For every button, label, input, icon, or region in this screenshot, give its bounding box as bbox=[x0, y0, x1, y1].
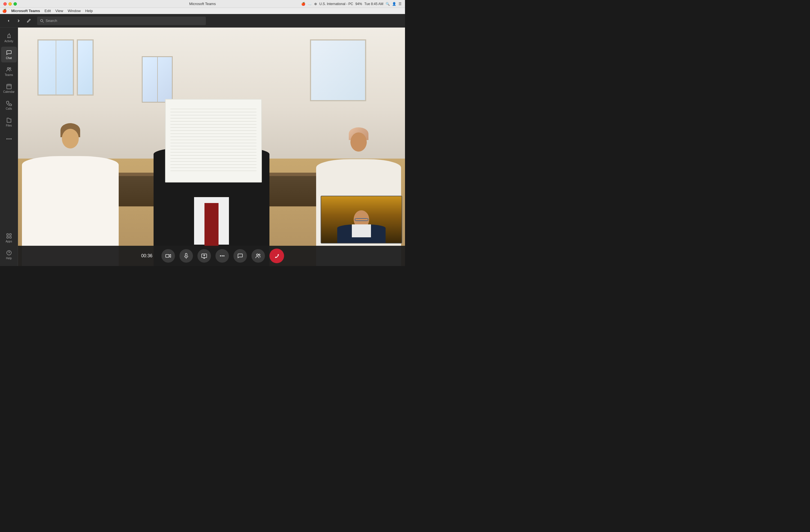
sidebar-item-more[interactable] bbox=[1, 131, 17, 147]
menu-edit[interactable]: Edit bbox=[45, 9, 51, 13]
keyboard-layout: U.S. International - PC bbox=[319, 2, 353, 6]
menu-view[interactable]: View bbox=[55, 9, 63, 13]
search-box[interactable]: Search bbox=[37, 17, 206, 25]
svg-rect-12 bbox=[166, 254, 169, 257]
minimize-button[interactable] bbox=[9, 2, 12, 6]
sidebar-item-apps-label: Apps bbox=[6, 240, 12, 243]
sidebar: Activity Chat Teams Calendar bbox=[0, 28, 18, 266]
traffic-lights bbox=[3, 2, 17, 6]
video-button[interactable] bbox=[161, 249, 175, 263]
more-options-button[interactable] bbox=[215, 249, 229, 263]
sidebar-item-activity-label: Activity bbox=[4, 40, 14, 43]
call-controls: 00:36 bbox=[18, 246, 405, 266]
pip-shirt bbox=[352, 225, 371, 237]
svg-point-6 bbox=[11, 138, 12, 139]
sidebar-bottom: Apps Help bbox=[0, 230, 18, 266]
window-title: Microsoft Teams bbox=[189, 2, 216, 6]
share-screen-button[interactable] bbox=[197, 249, 211, 263]
menu-apple[interactable]: 🍎 bbox=[2, 9, 7, 13]
sidebar-item-chat[interactable]: Chat bbox=[1, 47, 17, 63]
chat-button[interactable] bbox=[233, 249, 247, 263]
pip-person bbox=[321, 196, 402, 243]
person-center-tie bbox=[205, 203, 218, 248]
sidebar-item-teams[interactable]: Teams bbox=[1, 64, 17, 79]
status-bar: 🍎 ☁️ ⊕ U.S. International - PC 94% Tue 8… bbox=[301, 2, 402, 6]
close-button[interactable] bbox=[3, 2, 7, 6]
menu-help[interactable]: Help bbox=[85, 9, 93, 13]
titlebar-left bbox=[3, 2, 17, 6]
sidebar-item-calls[interactable]: Calls bbox=[1, 97, 17, 113]
pip-suit bbox=[337, 225, 386, 243]
menu-app[interactable]: Microsoft Teams bbox=[11, 9, 40, 13]
svg-rect-8 bbox=[10, 234, 11, 235]
time-display: Tue 8:45 AM bbox=[364, 2, 383, 6]
svg-point-0 bbox=[40, 19, 43, 22]
app-container: Activity Chat Teams Calendar bbox=[0, 28, 405, 266]
person-right-head bbox=[351, 132, 367, 152]
sidebar-item-chat-label: Chat bbox=[6, 56, 12, 60]
svg-point-18 bbox=[257, 254, 258, 255]
network-icon: ⊕ bbox=[314, 2, 317, 6]
svg-point-1 bbox=[7, 67, 9, 69]
sidebar-item-files[interactable]: Files bbox=[1, 114, 17, 130]
user-icon[interactable]: 👤 bbox=[392, 2, 396, 6]
end-call-button[interactable] bbox=[270, 249, 284, 263]
pip-glasses bbox=[355, 218, 368, 221]
apple-icon: 🍎 bbox=[301, 2, 305, 6]
mic-button[interactable] bbox=[179, 249, 193, 263]
search-placeholder: Search bbox=[46, 19, 57, 23]
video-area: 00:36 bbox=[18, 28, 405, 266]
participants-button[interactable] bbox=[252, 249, 265, 263]
pip-video[interactable] bbox=[321, 196, 402, 244]
person-left bbox=[22, 129, 119, 266]
svg-point-17 bbox=[223, 255, 224, 256]
maximize-button[interactable] bbox=[14, 2, 17, 6]
document-held bbox=[165, 99, 262, 182]
sidebar-item-teams-label: Teams bbox=[5, 73, 13, 77]
sidebar-item-calls-label: Calls bbox=[6, 107, 12, 110]
svg-point-4 bbox=[6, 138, 7, 139]
battery-label: 94% bbox=[355, 2, 362, 6]
svg-point-5 bbox=[9, 138, 10, 139]
compose-button[interactable] bbox=[25, 17, 33, 25]
teams-toolbar: Search bbox=[0, 14, 405, 28]
forward-button[interactable] bbox=[15, 17, 22, 25]
svg-point-19 bbox=[258, 254, 260, 255]
svg-rect-3 bbox=[7, 84, 11, 89]
svg-rect-13 bbox=[185, 253, 187, 256]
titlebar: Microsoft Teams 🍎 ☁️ ⊕ U.S. Internationa… bbox=[0, 0, 405, 8]
sidebar-item-files-label: Files bbox=[6, 124, 12, 127]
svg-rect-7 bbox=[7, 234, 9, 235]
sidebar-item-calendar[interactable]: Calendar bbox=[1, 80, 17, 96]
svg-point-16 bbox=[222, 255, 223, 256]
svg-rect-9 bbox=[7, 236, 9, 238]
menu-bar: 🍎 Microsoft Teams Edit View Window Help bbox=[0, 8, 405, 14]
sidebar-item-apps[interactable]: Apps bbox=[1, 230, 17, 246]
person-left-head bbox=[62, 129, 79, 148]
svg-point-2 bbox=[9, 68, 11, 69]
sidebar-item-calendar-label: Calendar bbox=[3, 90, 15, 93]
menu-icon[interactable]: ☰ bbox=[399, 2, 402, 6]
back-button[interactable] bbox=[4, 17, 12, 25]
sidebar-item-activity[interactable]: Activity bbox=[1, 30, 17, 46]
wifi-icon: ☁️ bbox=[308, 2, 312, 6]
sidebar-item-help-label: Help bbox=[6, 257, 12, 260]
call-timer: 00:36 bbox=[139, 253, 155, 259]
svg-point-15 bbox=[220, 255, 221, 256]
search-icon[interactable]: 🔍 bbox=[386, 2, 390, 6]
menu-window[interactable]: Window bbox=[68, 9, 81, 13]
sidebar-item-help[interactable]: Help bbox=[1, 247, 17, 263]
svg-rect-10 bbox=[10, 236, 11, 238]
